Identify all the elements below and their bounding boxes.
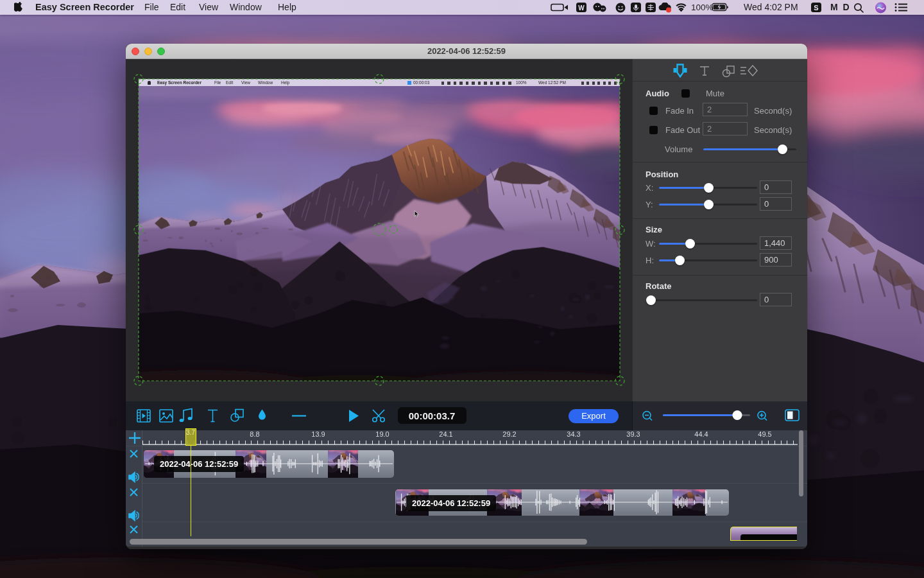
svg-text:W: W — [578, 4, 585, 12]
svg-text:S: S — [814, 4, 818, 12]
svg-text:00:00:03.7: 00:00:03.7 — [409, 410, 456, 421]
svg-text:Export: Export — [581, 411, 606, 421]
